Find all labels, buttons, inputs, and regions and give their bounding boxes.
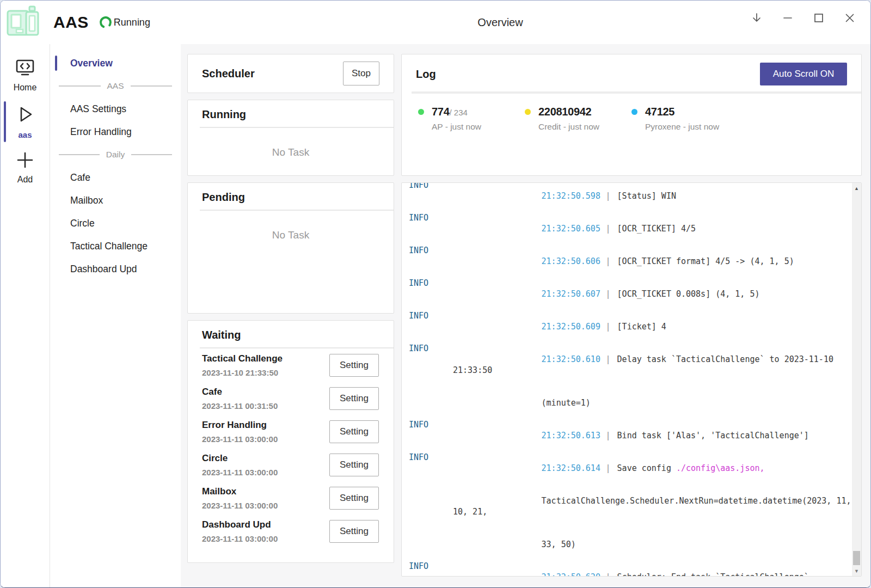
- task-name: Cafe: [202, 387, 278, 397]
- task-setting-button[interactable]: Setting: [329, 387, 379, 410]
- stop-button[interactable]: Stop: [343, 62, 379, 85]
- scheduler-column: Scheduler Stop Running No Task Pending N…: [187, 54, 394, 577]
- log-line: INFO21:32:50.607[OCR_TICKET 0.008s] (4, …: [402, 278, 852, 310]
- scheduler-title: Scheduler: [202, 68, 255, 80]
- log-line: INFO21:32:50.609[Ticket] 4: [402, 310, 852, 343]
- stat-value: 220810942: [538, 106, 591, 118]
- log-message: 33, 50): [542, 540, 576, 549]
- log-timestamp: 21:32:50.605: [542, 223, 602, 234]
- task-next-run-time: 2023-11-11 03:00:00: [202, 501, 278, 510]
- divider: [200, 127, 394, 128]
- running-empty-text: No Task: [188, 146, 394, 158]
- minimize-icon[interactable]: [781, 11, 794, 24]
- task-next-run-time: 2023-11-10 21:33:50: [202, 368, 283, 377]
- nav-sidebar: Overview AAS AAS Settings Error Handling: [50, 44, 181, 587]
- status-label: Running: [114, 17, 150, 28]
- log-line: 33, 50): [402, 528, 852, 561]
- task-name: Error Handling: [202, 420, 278, 431]
- log-column: Log Auto Scroll ON 774: [401, 54, 862, 577]
- nav-item[interactable]: Dashboard Upd: [50, 258, 181, 280]
- task-info: Circle 2023-11-11 03:00:00: [202, 453, 278, 477]
- nav-item-label: Tactical Challenge: [70, 241, 148, 252]
- log-level: INFO: [409, 343, 428, 354]
- task-setting-button[interactable]: Setting: [329, 420, 379, 443]
- task-next-run-time: 2023-11-11 03:00:00: [202, 468, 278, 477]
- log-message: Bind task ['Alas', 'TacticalChallenge']: [617, 431, 809, 440]
- nav-item[interactable]: Overview: [50, 52, 181, 75]
- log-level: INFO: [409, 419, 428, 430]
- waiting-card: Waiting Tactical Challenge 2023-11-10 21…: [187, 320, 394, 563]
- log-scrollbar[interactable]: ▲ ▼: [852, 183, 861, 576]
- stat-item: 774 / 234 AP - just now: [418, 106, 525, 132]
- waiting-task-row: Dashboard Upd 2023-11-11 03:00:00 Settin…: [188, 514, 394, 548]
- log-line: INFO21:32:50.613Bind task ['Alas', 'Tact…: [402, 419, 852, 452]
- nav-item[interactable]: Tactical Challenge: [50, 235, 181, 258]
- nav-item[interactable]: AAS: [50, 75, 181, 97]
- auto-scroll-button[interactable]: Auto Scroll ON: [760, 63, 847, 85]
- rail-item[interactable]: Add: [1, 146, 50, 189]
- log-message: Delay task `TacticalChallenge` to 2023-1…: [453, 354, 838, 375]
- log-level: INFO: [409, 212, 428, 223]
- log-config-path: ./config\aas.json,: [676, 463, 765, 473]
- task-setting-button[interactable]: Setting: [329, 454, 379, 476]
- log-separator: [606, 224, 611, 234]
- nav-item[interactable]: Circle: [50, 212, 181, 235]
- waiting-task-row: Mailbox 2023-11-11 03:00:00 Setting: [188, 481, 394, 514]
- waiting-task-row: Error Handling 2023-11-11 03:00:00 Setti…: [188, 415, 394, 448]
- rail-item-label: Home: [14, 83, 37, 93]
- download-icon[interactable]: [750, 11, 763, 24]
- rail-item[interactable]: aas: [1, 99, 50, 144]
- task-setting-button[interactable]: Setting: [329, 487, 379, 510]
- log-separator: [606, 256, 611, 266]
- nav-item[interactable]: Cafe: [50, 166, 181, 189]
- waiting-task-list: Tactical Challenge 2023-11-10 21:33:50 S…: [188, 348, 394, 548]
- task-next-run-time: 2023-11-11 03:00:00: [202, 434, 278, 444]
- task-name: Circle: [202, 453, 278, 464]
- log-timestamp: 21:32:50.607: [542, 289, 602, 299]
- nav-item-label: AAS Settings: [70, 103, 126, 115]
- log-level: INFO: [409, 452, 428, 463]
- window-controls: [750, 1, 856, 35]
- maximize-icon[interactable]: [812, 11, 825, 24]
- log-panel[interactable]: INFO21:32:50.598[Status] WIN INFO21:32:5…: [401, 182, 862, 577]
- log-level: INFO: [409, 183, 428, 191]
- task-info: Tactical Challenge 2023-11-10 21:33:50: [202, 353, 283, 377]
- nav-item[interactable]: Error Handling: [50, 120, 181, 143]
- task-info: Mailbox 2023-11-11 03:00:00: [202, 486, 278, 510]
- running-card: Running No Task: [187, 100, 394, 176]
- stat-item: 47125 Pyroxene - just now: [631, 106, 738, 132]
- scroll-down-icon[interactable]: ▼: [852, 566, 861, 575]
- waiting-title: Waiting: [202, 329, 379, 341]
- log-message: [OCR_TICKET format] 4/5 -> (4, 1, 5): [617, 256, 794, 266]
- nav-item-label: Dashboard Upd: [70, 264, 137, 275]
- rail-item[interactable]: Home: [1, 54, 50, 97]
- task-name: Dashboard Upd: [202, 519, 278, 530]
- log-separator: [606, 463, 611, 473]
- scrollbar-thumb[interactable]: [853, 551, 860, 565]
- stat-suffix: / 234: [449, 108, 467, 117]
- stat-value: 774: [432, 106, 449, 118]
- stat-dot-icon: [631, 109, 637, 115]
- task-setting-button[interactable]: Setting: [329, 354, 379, 377]
- nav-item[interactable]: Daily: [50, 143, 181, 166]
- close-icon[interactable]: [843, 11, 856, 24]
- log-line: TacticalChallenge.Scheduler.NextRun=date…: [402, 485, 852, 528]
- app-window: AAS Running Overview: [0, 0, 871, 588]
- nav-item-label: Mailbox: [70, 195, 103, 206]
- log-message: Scheduler: End task `TacticalChallenge`: [617, 572, 809, 576]
- log-separator: [606, 322, 611, 332]
- nav-item[interactable]: AAS Settings: [50, 97, 181, 120]
- nav-item[interactable]: Mailbox: [50, 189, 181, 212]
- log-scroll-area[interactable]: INFO21:32:50.598[Status] WIN INFO21:32:5…: [402, 183, 852, 576]
- task-name: Tactical Challenge: [202, 353, 283, 364]
- log-message: [OCR_TICKET 0.008s] (4, 1, 5): [617, 289, 760, 299]
- log-level: INFO: [409, 245, 428, 256]
- page-title: Overview: [477, 16, 523, 29]
- log-message: [Ticket] 4: [617, 322, 666, 332]
- stat-dot-icon: [418, 109, 424, 115]
- log-content: INFO21:32:50.598[Status] WIN INFO21:32:5…: [402, 183, 852, 576]
- scroll-up-icon[interactable]: ▲: [852, 183, 861, 193]
- log-card: Log Auto Scroll ON 774: [401, 54, 862, 176]
- task-setting-button[interactable]: Setting: [329, 520, 379, 543]
- log-timestamp: 21:32:50.610: [542, 354, 602, 365]
